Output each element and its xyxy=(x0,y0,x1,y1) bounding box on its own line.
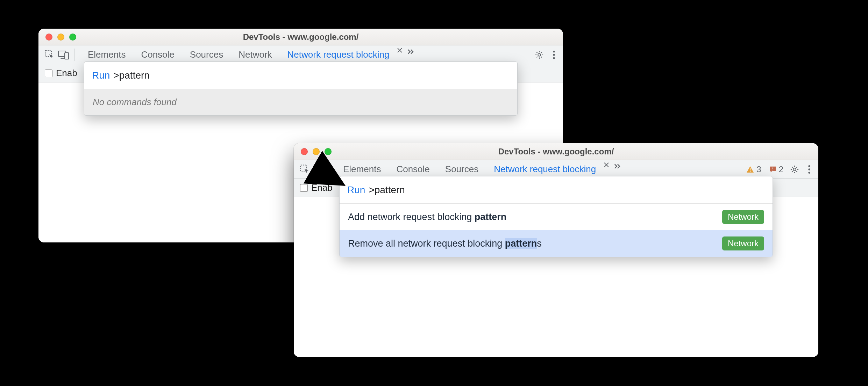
minimize-window-button[interactable] xyxy=(57,34,64,41)
svg-point-14 xyxy=(793,168,796,170)
command-menu-item[interactable]: Remove all network request blocking patt… xyxy=(340,230,773,257)
svg-point-17 xyxy=(808,172,810,173)
zoom-window-button[interactable] xyxy=(69,34,76,41)
enable-blocking-checkbox[interactable] xyxy=(45,70,52,77)
command-menu-item-label: Add network request blocking pattern xyxy=(348,212,506,223)
window-title: DevTools - www.google.com/ xyxy=(294,147,818,156)
svg-rect-12 xyxy=(773,167,773,169)
enable-blocking-checkbox[interactable] xyxy=(300,184,308,192)
warnings-badge[interactable]: 3 xyxy=(743,165,764,174)
command-menu-run-label: Run xyxy=(347,184,365,196)
settings-gear-icon[interactable] xyxy=(533,49,546,61)
command-menu-query: >pattern xyxy=(369,184,405,196)
panel-content: Enab Run >pattern Add network request bl… xyxy=(294,179,818,357)
window-title: DevTools - www.google.com/ xyxy=(38,32,563,42)
svg-point-16 xyxy=(808,168,810,170)
command-menu-item-label: Remove all network request blocking patt… xyxy=(348,238,542,249)
issues-badge[interactable]: 2 xyxy=(766,165,786,174)
titlebar: DevTools - www.google.com/ xyxy=(294,143,818,160)
issues-count: 2 xyxy=(779,165,783,174)
kebab-menu-icon[interactable] xyxy=(548,49,560,61)
zoom-window-button[interactable] xyxy=(325,148,332,155)
enable-blocking-label: Enab xyxy=(56,68,77,79)
command-menu-input[interactable]: Run >pattern xyxy=(340,176,773,204)
warnings-count: 3 xyxy=(756,165,761,174)
command-menu-item-tag: Network xyxy=(722,210,764,224)
svg-rect-10 xyxy=(750,168,750,170)
minimize-window-button[interactable] xyxy=(313,148,320,155)
toolbar-right xyxy=(533,49,560,61)
close-window-button[interactable] xyxy=(45,34,52,41)
svg-point-15 xyxy=(808,165,810,167)
titlebar: DevTools - www.google.com/ xyxy=(38,29,563,45)
svg-point-5 xyxy=(553,54,555,56)
window-traffic-lights xyxy=(45,34,76,41)
enable-blocking-label: Enab xyxy=(311,182,333,193)
close-tab-icon[interactable] xyxy=(602,160,611,170)
svg-rect-2 xyxy=(65,52,69,59)
command-menu-popover: Run >pattern Add network request blockin… xyxy=(339,176,773,257)
devtools-window-after: DevTools - www.google.com/ Elements Cons… xyxy=(294,143,818,357)
command-menu-item[interactable]: Add network request blocking pattern Net… xyxy=(340,204,773,230)
toolbar-divider xyxy=(329,163,330,176)
toolbar-divider xyxy=(74,49,74,61)
close-tab-icon[interactable] xyxy=(395,45,405,55)
toggle-device-icon[interactable] xyxy=(57,49,70,61)
more-tabs-chevrons-icon[interactable] xyxy=(405,45,417,58)
command-menu-query: >pattern xyxy=(113,70,150,81)
svg-point-4 xyxy=(553,50,555,52)
toggle-device-icon[interactable] xyxy=(313,163,325,176)
command-menu-empty: No commands found xyxy=(84,89,517,115)
command-menu-input[interactable]: Run >pattern xyxy=(84,62,517,89)
inspect-element-icon[interactable] xyxy=(43,49,56,61)
inspect-element-icon[interactable] xyxy=(299,163,311,176)
close-window-button[interactable] xyxy=(301,148,308,155)
kebab-menu-icon[interactable] xyxy=(803,163,816,176)
svg-rect-9 xyxy=(320,167,324,173)
svg-rect-11 xyxy=(750,171,750,172)
command-menu-popover: Run >pattern No commands found xyxy=(84,61,518,116)
svg-point-3 xyxy=(538,53,540,56)
settings-gear-icon[interactable] xyxy=(788,163,801,176)
command-menu-item-tag: Network xyxy=(722,236,764,250)
toolbar-right: 3 2 xyxy=(743,163,816,176)
more-tabs-chevrons-icon[interactable] xyxy=(611,160,624,173)
window-traffic-lights xyxy=(301,148,332,155)
command-menu-run-label: Run xyxy=(92,70,110,81)
svg-point-6 xyxy=(553,57,555,59)
svg-rect-13 xyxy=(773,169,773,170)
